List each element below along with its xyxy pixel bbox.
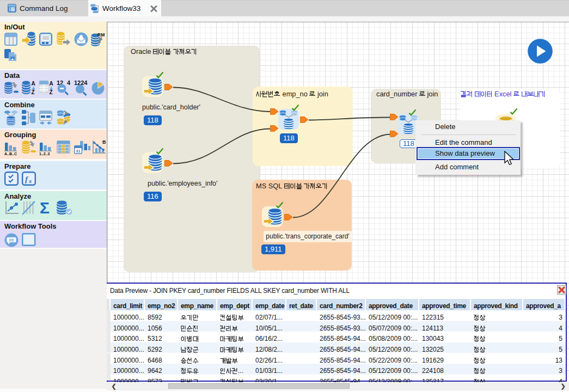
svg-text:31: 31 xyxy=(76,149,81,153)
svg-text:A: A xyxy=(32,81,35,87)
svg-text:Σ: Σ xyxy=(40,199,50,216)
svg-text:A..B..C: A..B..C xyxy=(4,152,17,156)
svg-text:4: 4 xyxy=(67,79,71,86)
svg-text:1..2..3: 1..2..3 xyxy=(39,152,50,156)
svg-text:x: x xyxy=(29,179,32,184)
svg-text:A: A xyxy=(50,81,53,87)
svg-text:B: B xyxy=(102,139,106,145)
svg-text:Z: Z xyxy=(50,89,53,95)
svg-text:Z: Z xyxy=(32,89,35,95)
svg-text:RM: RM xyxy=(97,32,105,38)
